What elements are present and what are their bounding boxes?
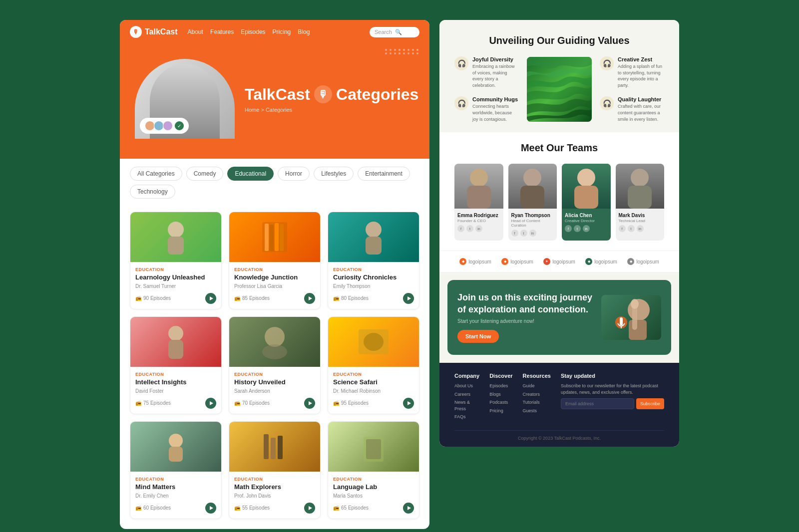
logo-item-1: ◆ logoipsum xyxy=(459,258,491,265)
play-button[interactable] xyxy=(403,293,414,304)
play-button[interactable] xyxy=(304,293,315,304)
social-icon[interactable]: t xyxy=(466,225,473,232)
nav-episodes[interactable]: Episodes xyxy=(241,28,265,35)
footer-link[interactable]: About Us xyxy=(454,383,479,389)
logo-item-3: ✦ logoipsum xyxy=(543,258,575,265)
podcast-grid: EDUCATION Learnology Unleashed Dr. Samue… xyxy=(120,207,429,529)
team-member-role: Head of Content Curation xyxy=(511,219,554,228)
teams-title: Meet Our Teams xyxy=(454,142,664,154)
team-card-info: Ryan Thompson Head of Content Curation f… xyxy=(508,209,557,241)
footer-link[interactable]: Creators xyxy=(523,391,551,398)
team-card-emma: Emma Rodriguez Founder & CEO f t in xyxy=(454,164,503,241)
filter-comedy[interactable]: Comedy xyxy=(186,167,224,181)
subscribe-button[interactable]: Subscribe xyxy=(636,398,664,409)
footer-resources-title: Resources xyxy=(523,373,551,379)
podcast-episodes: 📻 80 Episodes xyxy=(333,295,369,301)
nav-features[interactable]: Features xyxy=(210,28,234,35)
logo-text: logoipsum xyxy=(594,259,617,265)
search-bar[interactable]: Search 🔍 xyxy=(370,27,419,37)
team-member-name: Emma Rodriguez xyxy=(457,213,500,219)
social-icon[interactable]: f xyxy=(619,225,626,232)
social-icon[interactable]: t xyxy=(628,225,635,232)
team-card-image xyxy=(454,164,503,209)
logo[interactable]: 🎙 TalkCast xyxy=(130,26,178,38)
team-social: f t in xyxy=(565,225,608,232)
podcast-icon: 🎙 xyxy=(314,85,332,103)
value-item: 🎧 Quality Laughter Crafted with care, ou… xyxy=(600,96,664,122)
play-button[interactable] xyxy=(205,293,216,304)
filter-technology[interactable]: Technology xyxy=(130,185,175,199)
footer-link[interactable]: News & Press xyxy=(454,399,479,412)
play-button[interactable] xyxy=(205,398,216,409)
social-icon[interactable]: in xyxy=(637,225,644,232)
svg-rect-28 xyxy=(574,186,598,209)
nav-blog[interactable]: Blog xyxy=(298,28,310,35)
footer-link[interactable]: Guests xyxy=(523,408,551,414)
filter-lifestyles[interactable]: Lifestyles xyxy=(314,167,354,181)
social-icon[interactable]: t xyxy=(574,225,581,232)
filter-entertainment[interactable]: Entertainment xyxy=(358,167,410,181)
svg-rect-10 xyxy=(168,340,183,359)
filter-horror[interactable]: Horror xyxy=(278,167,310,181)
value-text-1: Joyful Diversity Embracing a rainbow of … xyxy=(472,56,519,88)
footer-link[interactable]: Pricing xyxy=(489,408,512,414)
play-button[interactable] xyxy=(304,503,315,514)
podcast-card: EDUCATION Knowledge Junction Professor L… xyxy=(229,212,321,309)
team-card-image xyxy=(508,164,557,209)
cta-button[interactable]: Start Now xyxy=(457,330,499,343)
logo-icon: 🎙 xyxy=(130,26,142,38)
podcast-image xyxy=(130,212,221,262)
footer-link[interactable]: Podcasts xyxy=(489,399,512,406)
play-button[interactable] xyxy=(205,503,216,514)
svg-point-11 xyxy=(265,327,285,347)
team-card-mark: Mark Davis Technical Lead f t in xyxy=(616,164,665,241)
play-button[interactable] xyxy=(304,398,315,409)
footer-link[interactable]: FAQs xyxy=(454,414,479,420)
podcast-card-body: EDUCATION Math Explorers Prof. John Davi… xyxy=(229,472,320,519)
team-member-name: Alicia Chen xyxy=(565,213,608,219)
podcast-image xyxy=(328,422,419,472)
podcast-image xyxy=(229,422,320,472)
social-icon[interactable]: f xyxy=(511,230,518,237)
svg-point-14 xyxy=(364,333,384,351)
podcast-title: Learnology Unleashed xyxy=(135,273,216,282)
podcast-card-body: EDUCATION Language Lab Maria Santos 📻 65… xyxy=(328,472,419,519)
podcast-card-body: EDUCATION Learnology Unleashed Dr. Samue… xyxy=(130,262,221,309)
filter-educational[interactable]: Educational xyxy=(227,167,274,181)
nav-about[interactable]: About xyxy=(188,28,203,35)
logo-icon: ◆ xyxy=(501,258,508,265)
podcast-author: Dr. Samuel Turner xyxy=(135,283,216,289)
podcast-title: Mind Matters xyxy=(135,483,216,492)
footer-link[interactable]: Careers xyxy=(454,391,479,398)
team-cards: Emma Rodriguez Founder & CEO f t in Ryan… xyxy=(454,164,664,241)
podcast-author: Sarah Anderson xyxy=(234,388,315,394)
social-icon[interactable]: in xyxy=(529,230,536,237)
social-icon[interactable]: in xyxy=(475,225,482,232)
hero-text: TalkCast 🎙 Categories Home > Categories xyxy=(245,85,418,113)
social-icon[interactable]: f xyxy=(565,225,572,232)
email-input[interactable] xyxy=(561,398,634,409)
value-text-2: Community Hugs Connecting hearts worldwi… xyxy=(472,96,519,122)
social-icon[interactable]: f xyxy=(457,225,464,232)
cta-section: Join us on this exciting journey of expl… xyxy=(447,280,671,355)
social-icon[interactable]: t xyxy=(520,230,527,237)
social-icon[interactable]: in xyxy=(583,225,590,232)
team-member-name: Ryan Thompson xyxy=(511,213,554,219)
podcast-card-body: EDUCATION Knowledge Junction Professor L… xyxy=(229,262,320,309)
svg-rect-32 xyxy=(629,320,647,340)
play-button[interactable] xyxy=(403,503,414,514)
podcast-footer: 📻 70 Episodes xyxy=(234,398,315,409)
svg-rect-4 xyxy=(270,225,274,251)
nav-pricing[interactable]: Pricing xyxy=(273,28,291,35)
filter-all-categories[interactable]: All Categories xyxy=(130,167,182,181)
footer-link[interactable]: Blogs xyxy=(489,391,512,398)
footer-link[interactable]: Episodes xyxy=(489,383,512,389)
value-icon-2: 🎧 xyxy=(454,96,468,110)
play-button[interactable] xyxy=(403,398,414,409)
breadcrumb: Home > Categories xyxy=(245,107,418,113)
values-title: Unveiling Our Guiding Values xyxy=(454,35,664,46)
avatar-1 xyxy=(145,121,155,131)
footer-link[interactable]: Guide xyxy=(523,383,551,389)
footer-newsletter: Stay updated Subscribe to our newsletter… xyxy=(561,373,664,422)
footer-link[interactable]: Tutorials xyxy=(523,399,551,406)
